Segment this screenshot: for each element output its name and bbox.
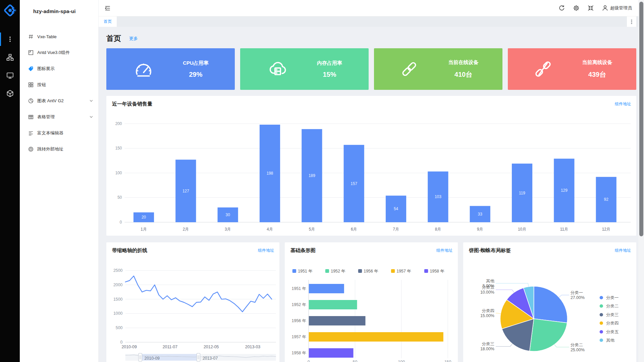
tab-home[interactable]: 首页 — [99, 16, 117, 27]
stat-value: 439台 — [582, 70, 612, 79]
svg-text:1957 年: 1957 年 — [396, 269, 411, 274]
monitor-icon — [6, 72, 14, 79]
pie-chart-link[interactable]: 组件地址 — [615, 248, 631, 253]
stat-card-0: CPU占用率29% — [106, 48, 235, 90]
svg-text:分类四: 分类四 — [606, 321, 619, 325]
zoomline-line-chart: 050010001500200025002010-092011-072012-0… — [106, 242, 279, 362]
svg-text:2500: 2500 — [113, 268, 123, 273]
compress-icon[interactable] — [588, 5, 594, 11]
page-content: 首页 更多 CPU占用率29%内存占用率15%当前在线设备410台当前离线设备4… — [99, 27, 644, 362]
pie-legend-dot-4 — [600, 330, 603, 334]
layout-icon — [28, 50, 34, 55]
refresh-icon[interactable] — [559, 5, 565, 11]
pie-slice-0 — [534, 286, 568, 323]
svg-text:1月: 1月 — [141, 227, 147, 232]
sidebar-item-5[interactable]: 表格管理 — [20, 109, 98, 125]
svg-text:1951 年: 1951 年 — [298, 269, 312, 274]
hbar-bar-0 — [309, 284, 344, 293]
pie-chart-title: 饼图-蜘蛛布局标签 — [469, 247, 511, 254]
sidebar-item-6[interactable]: 富文本编辑器 — [20, 125, 98, 141]
svg-text:2010-09: 2010-09 — [145, 356, 160, 361]
svg-text:其他: 其他 — [606, 338, 615, 343]
svg-text:1000: 1000 — [113, 311, 123, 316]
svg-text:50: 50 — [117, 195, 122, 200]
datazoom-handle-start — [139, 353, 142, 361]
stat-title: 当前离线设备 — [582, 59, 612, 66]
sidebar-item-1[interactable]: Antd Vue3.0组件 — [20, 45, 98, 61]
svg-text:100: 100 — [115, 171, 122, 175]
pie-label-line-0 — [559, 295, 569, 297]
gold-icon — [28, 146, 34, 152]
svg-text:54: 54 — [394, 206, 398, 211]
sidebar-item-7[interactable]: 跳转外部地址 — [20, 141, 98, 157]
pie-label-line-1 — [554, 345, 569, 347]
sidebar-item-label: 表格管理 — [37, 114, 90, 120]
sidebar-item-4[interactable]: 图表 AntV G2 — [20, 93, 98, 109]
svg-text:20: 20 — [142, 215, 146, 220]
svg-text:103: 103 — [435, 194, 441, 199]
more-link[interactable]: 更多 — [129, 36, 138, 42]
gauge-icon — [132, 58, 155, 80]
chevron-down-icon — [90, 99, 93, 103]
svg-text:其他: 其他 — [486, 279, 495, 283]
pie-legend-dot-5 — [600, 339, 603, 342]
app-logo[interactable] — [0, 0, 20, 21]
svg-text:分类四: 分类四 — [482, 308, 494, 313]
menu-fold-icon[interactable] — [104, 5, 111, 11]
legend-swatch-1 — [325, 269, 329, 273]
stat-value: 29% — [183, 71, 209, 78]
more-vertical-icon — [631, 19, 632, 24]
rail-item-cube[interactable] — [0, 84, 20, 103]
sidebar-menu: Vxe-TableAntd Vue3.0组件图标展示按钮图表 AntV G2表格… — [20, 22, 98, 157]
cloud-server-icon — [267, 58, 289, 80]
user-menu[interactable]: 超级管理员 — [602, 5, 632, 11]
table-icon — [28, 114, 34, 120]
stat-title: CPU占用率 — [183, 60, 209, 66]
dots-vertical-icon — [6, 36, 14, 43]
svg-text:2013-03: 2013-03 — [245, 345, 261, 349]
svg-text:50: 50 — [353, 360, 358, 362]
sidebar-item-0[interactable]: Vxe-Table — [20, 28, 98, 45]
svg-text:1956 年: 1956 年 — [292, 318, 306, 323]
tab-more-button[interactable] — [627, 16, 636, 27]
sales-chart-title: 近一年设备销售量 — [112, 101, 152, 107]
page-title: 首页 — [106, 34, 121, 44]
svg-text:2013-07: 2013-07 — [203, 356, 218, 361]
svg-text:119: 119 — [519, 190, 525, 195]
hbar-bar-4 — [309, 348, 354, 358]
svg-text:15.00%: 15.00% — [480, 313, 494, 318]
scrollbar-track[interactable] — [638, 0, 644, 362]
zoomline-chart-title: 带缩略轴的折线 — [112, 247, 147, 254]
rail-item-sitemap[interactable] — [0, 48, 20, 66]
svg-text:分类二: 分类二 — [606, 304, 619, 308]
sales-chart-link[interactable]: 组件地址 — [615, 101, 631, 107]
svg-text:1956 年: 1956 年 — [364, 269, 378, 274]
sidebar-item-label: Antd Vue3.0组件 — [37, 50, 93, 56]
svg-text:5月: 5月 — [309, 227, 315, 232]
pie-legend-dot-2 — [600, 313, 603, 316]
svg-text:12月: 12月 — [602, 227, 610, 232]
scrollbar-thumb[interactable] — [639, 2, 643, 236]
rail-item-dots[interactable] — [0, 30, 20, 48]
svg-text:100: 100 — [398, 360, 405, 362]
logo-diamond-icon — [4, 4, 16, 17]
svg-text:92: 92 — [604, 197, 609, 202]
zoomline-chart-link[interactable]: 组件地址 — [258, 248, 274, 253]
sidebar-item-3[interactable]: 按钮 — [20, 77, 98, 93]
svg-text:25.00%: 25.00% — [571, 348, 585, 352]
hbar-chart-link[interactable]: 组件地址 — [436, 248, 452, 253]
svg-text:3月: 3月 — [225, 227, 231, 232]
gear-icon[interactable] — [573, 5, 579, 11]
svg-text:0: 0 — [120, 220, 122, 225]
svg-text:150: 150 — [115, 146, 122, 150]
svg-text:10.00%: 10.00% — [480, 290, 494, 295]
hbar-bar-1 — [309, 300, 357, 309]
stat-title: 当前在线设备 — [448, 59, 479, 66]
zoomline-series — [125, 276, 272, 312]
legend-swatch-2 — [358, 269, 362, 273]
sidebar-item-2[interactable]: 图标展示 — [20, 61, 98, 77]
svg-text:9月: 9月 — [477, 227, 483, 232]
svg-text:1958 年: 1958 年 — [430, 269, 444, 274]
stat-card-1: 内存占用率15% — [240, 48, 369, 90]
rail-item-monitor[interactable] — [0, 66, 20, 84]
